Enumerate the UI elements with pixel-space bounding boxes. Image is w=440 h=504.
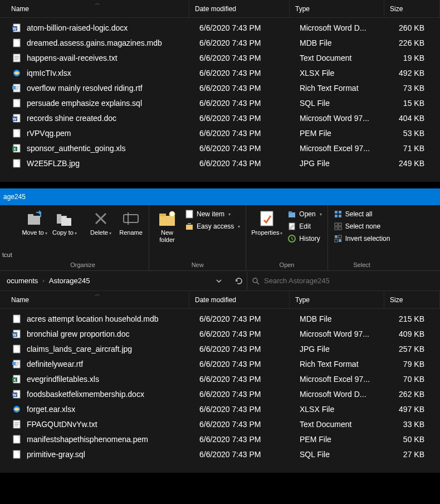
breadcrumb-item[interactable]: Astorage245 bbox=[47, 275, 92, 286]
file-row[interactable]: rVPVqg.pem6/6/2020 7:43 PMPEM File53 KB bbox=[0, 125, 440, 140]
file-name: acres attempt location household.mdb bbox=[27, 314, 199, 323]
file-type-icon bbox=[11, 52, 22, 64]
svg-rect-13 bbox=[12, 86, 16, 89]
easy-access-button[interactable]: Easy access▾ bbox=[183, 221, 242, 232]
history-button[interactable]: History bbox=[285, 233, 324, 244]
new-item-button[interactable]: New item▾ bbox=[183, 209, 242, 220]
open-button[interactable]: Open▾ bbox=[285, 209, 324, 220]
svg-rect-55 bbox=[13, 315, 20, 323]
svg-rect-64 bbox=[12, 362, 16, 365]
file-name: claims_lands_care_aircraft.jpg bbox=[27, 345, 199, 353]
file-row[interactable]: Watom-billion-raised-logic.docx6/6/2020 … bbox=[0, 20, 440, 35]
column-header-date[interactable]: Date modified bbox=[189, 0, 290, 17]
file-type-icon bbox=[11, 434, 22, 445]
select-none-icon bbox=[334, 222, 343, 231]
column-header-type[interactable]: Type bbox=[290, 0, 384, 17]
svg-rect-28 bbox=[61, 216, 66, 219]
breadcrumb-dropdown-icon[interactable] bbox=[211, 273, 227, 289]
file-row[interactable]: forget.ear.xlsx6/6/2020 7:43 PMXLSX File… bbox=[0, 401, 440, 416]
file-row[interactable]: Xsponsor_authentic_going.xls6/6/2020 7:4… bbox=[0, 140, 440, 156]
ribbon-group-organize: Move to▾ Copy to▾ Delete▾ Rename Organiz… bbox=[17, 205, 149, 270]
svg-rect-22 bbox=[13, 159, 20, 167]
file-type-icon bbox=[11, 449, 22, 460]
copy-to-button[interactable]: Copy to▾ bbox=[50, 207, 79, 239]
file-row[interactable]: claims_lands_care_aircraft.jpg6/6/2020 7… bbox=[0, 341, 440, 356]
file-row[interactable]: Wrecords shine created.doc6/6/2020 7:43 … bbox=[0, 110, 440, 125]
file-row[interactable]: primitive-gray.sql6/6/2020 7:43 PMSQL Fi… bbox=[0, 447, 440, 462]
new-folder-button[interactable]: New folder bbox=[153, 207, 182, 246]
file-size: 215 KB bbox=[394, 314, 440, 323]
file-row[interactable]: overflow mainly resolved riding.rtf6/6/2… bbox=[0, 80, 440, 95]
svg-rect-14 bbox=[13, 99, 20, 107]
file-name: primitive-gray.sql bbox=[27, 450, 199, 459]
file-size: 33 KB bbox=[394, 420, 440, 429]
file-name: manifestshapethisphenomena.pem bbox=[27, 435, 199, 444]
file-date: 6/6/2020 7:43 PM bbox=[199, 99, 300, 108]
file-type-icon bbox=[11, 83, 22, 94]
properties-button[interactable]: Properties▾ bbox=[250, 207, 284, 239]
file-row[interactable]: acres attempt location household.mdb6/6/… bbox=[0, 311, 440, 326]
file-type: Microsoft Word D... bbox=[300, 390, 394, 399]
svg-rect-46 bbox=[339, 223, 341, 226]
search-input[interactable] bbox=[264, 277, 436, 285]
invert-selection-button[interactable]: Invert selection bbox=[331, 233, 393, 244]
file-size: 73 KB bbox=[394, 84, 440, 93]
open-icon bbox=[287, 210, 296, 219]
file-type: SQL File bbox=[300, 450, 394, 459]
window-title-bar[interactable]: age245 bbox=[0, 188, 440, 205]
column-header-size[interactable]: Size bbox=[384, 0, 440, 17]
breadcrumb-item[interactable]: ocuments bbox=[4, 275, 40, 286]
file-type: SQL File bbox=[300, 99, 394, 108]
move-to-button[interactable]: Move to▾ bbox=[20, 207, 49, 239]
file-name: dreamed.assess.gains.magazines.mdb bbox=[27, 38, 199, 47]
select-all-button[interactable]: Select all bbox=[331, 209, 393, 220]
file-size: 50 KB bbox=[394, 435, 440, 444]
select-none-button[interactable]: Select none bbox=[331, 221, 393, 232]
file-row[interactable]: FPAGQUtDNvYw.txt6/6/2020 7:43 PMText Doc… bbox=[0, 416, 440, 432]
column-header-size[interactable]: Size bbox=[384, 291, 440, 308]
column-header-date[interactable]: Date modified bbox=[189, 291, 290, 308]
file-size: 27 KB bbox=[394, 450, 440, 459]
file-row[interactable]: definitelywear.rtf6/6/2020 7:43 PMRich T… bbox=[0, 356, 440, 371]
chevron-right-icon: › bbox=[42, 278, 44, 284]
file-row[interactable]: Wfoodsbasketfelixmembership.docx6/6/2020… bbox=[0, 386, 440, 401]
file-list-bottom: acres attempt location household.mdb6/6/… bbox=[0, 309, 440, 473]
refresh-button[interactable] bbox=[231, 273, 247, 289]
file-size: 226 KB bbox=[394, 38, 440, 47]
easy-access-icon bbox=[185, 222, 194, 231]
file-row[interactable]: W2E5FLZB.jpg6/6/2020 7:43 PMJPG File249 … bbox=[0, 156, 440, 171]
file-row[interactable]: iqmIcTIv.xlsx6/6/2020 7:43 PMXLSX File49… bbox=[0, 65, 440, 80]
edit-button[interactable]: Edit bbox=[285, 221, 324, 232]
file-row[interactable]: happens-avail-receives.txt6/6/2020 7:43 … bbox=[0, 50, 440, 65]
search-box[interactable] bbox=[247, 272, 440, 290]
file-row[interactable]: persuade emphasize explains.sql6/6/2020 … bbox=[0, 95, 440, 110]
rename-button[interactable]: Rename bbox=[116, 207, 145, 239]
file-pane-top: ︿ Name Date modified Type Size Watom-bil… bbox=[0, 0, 440, 182]
file-type-icon bbox=[11, 158, 22, 169]
file-date: 6/6/2020 7:43 PM bbox=[199, 23, 300, 32]
file-row[interactable]: dreamed.assess.gains.magazines.mdb6/6/20… bbox=[0, 35, 440, 50]
file-type-icon bbox=[11, 343, 22, 355]
file-type: XLSX File bbox=[300, 69, 394, 77]
file-list-top: Watom-billion-raised-logic.docx6/6/2020 … bbox=[0, 18, 440, 182]
svg-rect-51 bbox=[335, 239, 338, 242]
file-row[interactable]: Wbronchial grew proportion.doc6/6/2020 7… bbox=[0, 326, 440, 341]
file-name: bronchial grew proportion.doc bbox=[27, 329, 199, 338]
file-size: 260 KB bbox=[394, 23, 440, 32]
file-row[interactable]: Xevegrindfiletables.xls6/6/2020 7:43 PMM… bbox=[0, 371, 440, 386]
file-size: 19 KB bbox=[394, 54, 440, 62]
svg-rect-76 bbox=[13, 435, 20, 443]
delete-button[interactable]: Delete▾ bbox=[86, 207, 115, 239]
svg-rect-34 bbox=[186, 210, 193, 218]
file-date: 6/6/2020 7:43 PM bbox=[199, 390, 300, 399]
new-folder-icon bbox=[158, 210, 176, 227]
column-header-type[interactable]: Type bbox=[290, 291, 384, 308]
file-type: Microsoft Word 97... bbox=[300, 114, 394, 123]
file-name: sponsor_authentic_going.xls bbox=[27, 144, 199, 153]
file-date: 6/6/2020 7:43 PM bbox=[199, 360, 300, 369]
breadcrumb[interactable]: ocuments › Astorage245 bbox=[0, 273, 231, 289]
file-row[interactable]: manifestshapethisphenomena.pem6/6/2020 7… bbox=[0, 432, 440, 447]
svg-rect-48 bbox=[339, 227, 341, 230]
file-type-icon bbox=[11, 313, 22, 324]
ribbon: tcut Move to▾ Copy to▾ Delete▾ Rename Or… bbox=[0, 205, 440, 271]
